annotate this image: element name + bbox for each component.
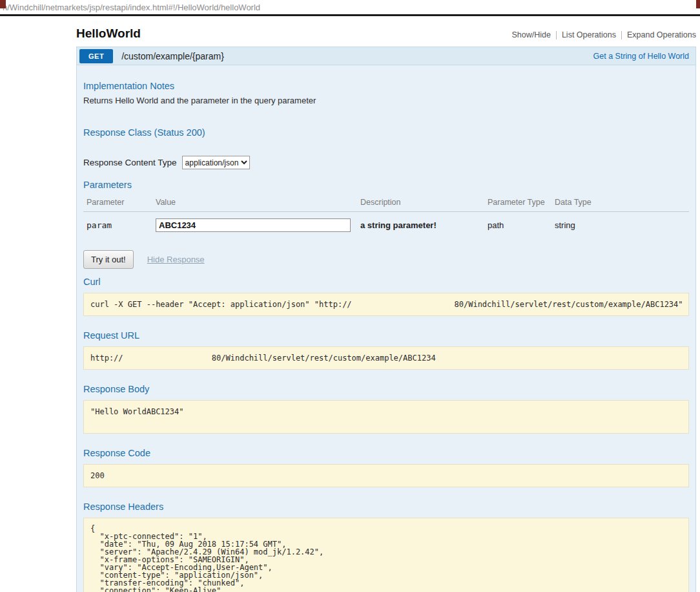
param-type: path <box>484 212 551 237</box>
response-code-value: 200 <box>83 464 689 487</box>
table-row: param a string parameter! path string <box>83 212 689 237</box>
parameters-table: Parameter Value Description Parameter Ty… <box>83 195 689 236</box>
response-code-section: Response Code 200 <box>83 448 689 487</box>
window-corner-left <box>0 0 6 8</box>
swagger-page: HelloWorld Show/Hide List Operations Exp… <box>76 16 696 592</box>
response-class-section: Response Class (Status 200) <box>83 127 689 138</box>
param-data-type: string <box>551 212 689 237</box>
implementation-notes-heading: Implementation Notes <box>83 81 689 91</box>
response-headers-section: Response Headers { "x-ptc-connected": "1… <box>83 502 689 592</box>
response-code-heading: Response Code <box>83 448 689 458</box>
response-content-type-label: Response Content Type <box>83 158 177 167</box>
column-value: Value <box>152 195 357 212</box>
resource-actions: Show/Hide List Operations Expand Operati… <box>506 31 696 39</box>
address-bar-url[interactable]: n/Windchill/netmarkets/jsp/restapi/index… <box>0 3 260 12</box>
request-url-value: http:// 80/Windchill/servlet/rest/custom… <box>83 346 689 370</box>
show-hide-link[interactable]: Show/Hide <box>506 31 555 39</box>
browser-address-bar: n/Windchill/netmarkets/jsp/restapi/index… <box>0 0 700 16</box>
request-url-section: Request URL http:// 80/Windchill/servlet… <box>83 330 689 370</box>
response-class-heading: Response Class (Status 200) <box>83 127 689 138</box>
operation-content: Implementation Notes Returns Hello World… <box>76 65 696 592</box>
request-url-heading: Request URL <box>83 330 689 341</box>
resource-title[interactable]: HelloWorld <box>76 26 141 41</box>
param-name: param <box>83 212 152 237</box>
operation-header[interactable]: GET /custom/example/{param} Get a String… <box>76 47 696 65</box>
list-operations-link[interactable]: List Operations <box>556 31 621 39</box>
column-data-type: Data Type <box>551 195 689 212</box>
get-method-badge: GET <box>79 49 113 63</box>
column-description: Description <box>357 195 484 212</box>
response-body-value: "Hello WorldABC1234" <box>83 400 689 434</box>
implementation-notes-text: Returns Hello World and the parameter in… <box>83 96 689 105</box>
response-content-type-row: Response Content Type application/json <box>83 156 689 169</box>
param-description: a string parameter! <box>357 212 484 237</box>
param-value-input[interactable] <box>156 218 351 232</box>
parameters-header-row: Parameter Value Description Parameter Ty… <box>83 195 689 212</box>
curl-command: curl -X GET --header "Accept: applicatio… <box>83 293 689 316</box>
response-content-type-select[interactable]: application/json <box>182 156 250 169</box>
curl-section: Curl curl -X GET --header "Accept: appli… <box>83 277 689 316</box>
hide-response-link[interactable]: Hide Response <box>147 255 205 264</box>
operation-summary-link[interactable]: Get a String of Hello World <box>593 52 689 61</box>
column-parameter: Parameter <box>83 195 152 212</box>
window-corner-right <box>696 0 700 8</box>
parameters-heading: Parameters <box>83 180 689 190</box>
implementation-notes-section: Implementation Notes Returns Hello World… <box>83 81 689 105</box>
column-parameter-type: Parameter Type <box>484 195 551 212</box>
resource-header: HelloWorld Show/Hide List Operations Exp… <box>76 16 696 47</box>
try-row: Try it out! Hide Response <box>83 250 689 269</box>
response-headers-value: { "x-ptc-connected": "1", "date": "Thu, … <box>83 518 689 592</box>
try-it-out-button[interactable]: Try it out! <box>83 250 134 269</box>
curl-heading: Curl <box>83 277 689 287</box>
operation-path[interactable]: /custom/example/{param} <box>121 51 224 61</box>
response-body-section: Response Body "Hello WorldABC1234" <box>83 384 689 434</box>
response-headers-heading: Response Headers <box>83 502 689 512</box>
parameters-section: Parameters Parameter Value Description P… <box>83 180 689 236</box>
expand-operations-link[interactable]: Expand Operations <box>621 31 696 39</box>
response-body-heading: Response Body <box>83 384 689 394</box>
